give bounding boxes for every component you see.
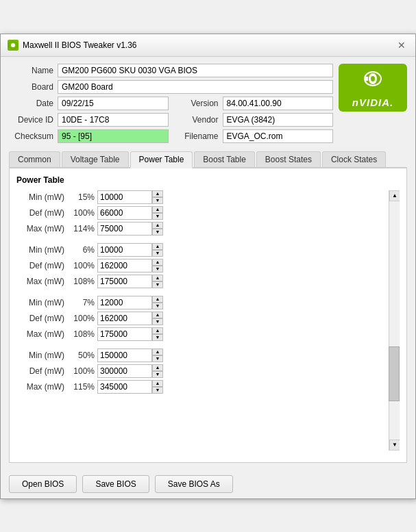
row-label: Min (mW)	[16, 298, 64, 307]
spin-up[interactable]: ▲	[152, 327, 163, 334]
row-pct: 100%	[67, 261, 95, 270]
save-bios-button[interactable]: Save BIOS	[82, 475, 149, 493]
info-main: Name GM200 PG600 SKU 0030 VGA BIOS Board…	[9, 64, 333, 146]
power-value-input[interactable]	[97, 243, 152, 257]
spin-buttons: ▲ ▼	[152, 275, 163, 288]
spin-input: ▲ ▼	[97, 190, 163, 204]
checksum-value: 95 - [95]	[58, 129, 169, 143]
tab-content: Power Table Min (mW) 15% ▲ ▼	[9, 168, 407, 463]
main-window: Maxwell II BIOS Tweaker v1.36 ✕ Name GM2…	[0, 34, 416, 499]
power-value-input[interactable]	[97, 364, 152, 378]
scrollbar-up-arrow[interactable]: ▲	[389, 190, 400, 201]
power-value-input[interactable]	[97, 296, 152, 309]
row-pct: 108%	[67, 329, 95, 339]
nvidia-logo: nVIDIA.	[339, 64, 407, 112]
power-value-input[interactable]	[97, 259, 152, 273]
spin-down[interactable]: ▼	[152, 281, 163, 288]
spin-buttons: ▲ ▼	[152, 380, 163, 394]
spin-down[interactable]: ▼	[152, 250, 163, 257]
spin-down[interactable]: ▼	[152, 355, 163, 362]
spin-down[interactable]: ▼	[152, 197, 163, 204]
power-value-input[interactable]	[97, 222, 152, 236]
spin-up[interactable]: ▲	[152, 259, 163, 266]
spin-up[interactable]: ▲	[152, 312, 163, 318]
tab-clock-states[interactable]: Clock States	[322, 151, 386, 167]
spin-down[interactable]: ▼	[152, 229, 163, 236]
row-label: Def (mW)	[16, 261, 64, 270]
spin-input: ▲ ▼	[97, 364, 163, 378]
scrollbar-down-arrow[interactable]: ▼	[389, 440, 400, 451]
tab-common[interactable]: Common	[9, 151, 60, 167]
spin-down[interactable]: ▼	[152, 387, 163, 394]
row-pct: 6%	[67, 245, 95, 255]
spin-up[interactable]: ▲	[152, 380, 163, 387]
spin-input: ▲ ▼	[97, 349, 163, 362]
device-row: Device ID 10DE - 17C8	[9, 113, 169, 127]
spin-up[interactable]: ▲	[152, 349, 163, 355]
spin-up[interactable]: ▲	[152, 275, 163, 281]
checksum-label: Checksum	[9, 131, 53, 141]
spin-input: ▲ ▼	[97, 380, 163, 394]
spin-down[interactable]: ▼	[152, 266, 163, 273]
row-label: Def (mW)	[16, 314, 64, 323]
power-value-input[interactable]	[97, 275, 152, 288]
power-value-input[interactable]	[97, 380, 152, 394]
scrollbar-thumb[interactable]	[389, 346, 400, 401]
filename-value: EVGA_OC.rom	[223, 129, 334, 143]
power-group-3: Min (mW) 7% ▲ ▼ Def (mW)	[16, 296, 386, 341]
close-button[interactable]: ✕	[395, 38, 408, 52]
open-bios-button[interactable]: Open BIOS	[9, 475, 77, 493]
vendor-row: Vendor EVGA (3842)	[174, 113, 334, 127]
version-value: 84.00.41.00.90	[223, 97, 334, 110]
spin-up[interactable]: ▲	[152, 243, 163, 250]
spin-input: ▲ ▼	[97, 206, 163, 220]
tab-power[interactable]: Power Table	[130, 151, 193, 168]
board-label: Board	[9, 82, 53, 92]
tab-boost[interactable]: Boost Table	[194, 151, 255, 167]
spin-buttons: ▲ ▼	[152, 206, 163, 220]
checksum-filename-row: Checksum 95 - [95] Filename EVGA_OC.rom	[9, 129, 333, 143]
spin-buttons: ▲ ▼	[152, 312, 163, 325]
row-pct: 7%	[67, 298, 95, 307]
power-value-input[interactable]	[97, 327, 152, 341]
spin-up[interactable]: ▲	[152, 296, 163, 303]
spin-up[interactable]: ▲	[152, 206, 163, 213]
power-row: Def (mW) 100% ▲ ▼	[16, 259, 386, 273]
tab-boost-states[interactable]: Boost States	[256, 151, 321, 167]
spin-input: ▲ ▼	[97, 259, 163, 273]
power-table-label: Power Table	[16, 175, 400, 185]
spin-up[interactable]: ▲	[152, 190, 163, 197]
spin-buttons: ▲ ▼	[152, 349, 163, 362]
svg-point-5	[371, 76, 375, 81]
spin-input: ▲ ▼	[97, 312, 163, 325]
spin-down[interactable]: ▼	[152, 334, 163, 341]
spin-input: ▲ ▼	[97, 275, 163, 288]
power-row: Max (mW) 115% ▲ ▼	[16, 380, 386, 394]
power-value-input[interactable]	[97, 349, 152, 362]
board-row: Board GM200 Board	[9, 80, 333, 94]
window-title: Maxwell II BIOS Tweaker v1.36	[23, 40, 137, 50]
row-pct: 100%	[67, 314, 95, 323]
power-row: Max (mW) 108% ▲ ▼	[16, 275, 386, 288]
spin-down[interactable]: ▼	[152, 318, 163, 325]
filename-row: Filename EVGA_OC.rom	[174, 129, 334, 143]
spin-down[interactable]: ▼	[152, 303, 163, 309]
spin-down[interactable]: ▼	[152, 371, 163, 378]
power-value-input[interactable]	[97, 206, 152, 220]
title-bar: Maxwell II BIOS Tweaker v1.36 ✕	[1, 34, 415, 57]
row-label: Min (mW)	[16, 245, 64, 255]
spin-down[interactable]: ▼	[152, 213, 163, 220]
row-pct: 50%	[67, 351, 95, 360]
power-value-input[interactable]	[97, 190, 152, 204]
save-bios-as-button[interactable]: Save BIOS As	[155, 475, 233, 493]
power-value-input[interactable]	[97, 312, 152, 325]
spin-input: ▲ ▼	[97, 222, 163, 236]
spin-up[interactable]: ▲	[152, 364, 163, 371]
tab-voltage[interactable]: Voltage Table	[62, 151, 129, 167]
spin-buttons: ▲ ▼	[152, 190, 163, 204]
spin-up[interactable]: ▲	[152, 222, 163, 229]
name-value: GM200 PG600 SKU 0030 VGA BIOS	[58, 64, 333, 77]
date-value: 09/22/15	[58, 97, 169, 110]
version-label: Version	[174, 99, 219, 108]
info-section: Name GM200 PG600 SKU 0030 VGA BIOS Board…	[9, 64, 407, 146]
